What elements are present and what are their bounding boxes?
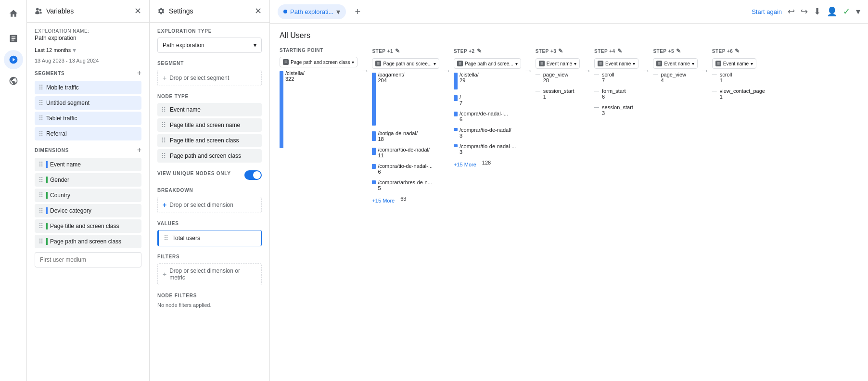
variables-close-button[interactable]: ✕ [134, 7, 141, 15]
segment-label: Mobile traffic [46, 84, 79, 91]
main-toolbar: Path explorati... ▾ + Start again ↩ ↪ ⬇ … [270, 0, 868, 24]
value-item[interactable]: ⠿Total users [157, 230, 262, 246]
step-edit-icon[interactable]: ✎ [676, 48, 681, 54]
connector-arrow: → [523, 66, 534, 76]
exploration-type-dropdown[interactable]: Path exploration ▾ [157, 38, 262, 53]
segment-item[interactable]: ⠿Untitled segment [35, 96, 141, 110]
node-item[interactable]: —form_start6 [594, 88, 633, 100]
step-edit-icon[interactable]: ✎ [617, 48, 623, 54]
dimension-icon: ☰ [283, 59, 289, 65]
dash-line: — [594, 72, 599, 77]
step-dimension-dropdown-step-1[interactable]: ☰ Page path and scree... ▾ [372, 58, 439, 69]
dimension-item[interactable]: ⠿Page path and screen class [35, 235, 141, 248]
nav-icon-segment[interactable] [4, 71, 23, 90]
dimension-item[interactable]: ⠿Event name [35, 158, 141, 171]
segment-item[interactable]: ⠿Tablet traffic [35, 112, 141, 125]
node-item[interactable]: +15 More63 [372, 196, 433, 203]
node-item[interactable]: /compra/tio-de-nadal-...6 [372, 163, 433, 175]
node-item[interactable]: /comprar/tio-de-nadal/3 [454, 127, 516, 139]
node-item[interactable]: /botiga-de-nadal/18 [372, 130, 433, 142]
node-type-item[interactable]: ⠿Event name [157, 103, 262, 116]
breakdown-section: BREAKDOWN + Drop or select dimension [157, 188, 262, 213]
add-segment-button[interactable]: + [137, 69, 141, 77]
dimension-item[interactable]: ⠿Device category [35, 204, 141, 217]
add-tab-button[interactable]: + [350, 4, 365, 19]
node-item[interactable]: /compra/de-nadal-i...6 [454, 111, 516, 122]
step-dimension-dropdown-starting-point[interactable]: ☰ Page path and screen class ▾ [280, 57, 357, 67]
node-item[interactable]: —session_start3 [594, 104, 633, 116]
start-again-button[interactable]: Start again [752, 8, 782, 15]
node-item[interactable]: /cistella/29 [454, 72, 516, 89]
redo-icon[interactable]: ↪ [801, 6, 808, 17]
dimension-item[interactable]: ⠿Gender [35, 173, 141, 187]
dimension-dropdown-label: Page path and scree... [465, 61, 513, 66]
variables-title-area: Variables [35, 7, 74, 15]
node-type-item[interactable]: ⠿Page title and screen class [157, 134, 262, 147]
node-item[interactable]: +15 More128 [454, 160, 516, 167]
dimension-label: Event name [46, 161, 81, 168]
step-edit-icon[interactable]: ✎ [395, 48, 400, 54]
step-col-step-3: STEP +3✎☰ Event name ▾—page_view28—sessi… [536, 48, 580, 102]
segment-drop-zone[interactable]: + Drop or select segment [157, 70, 262, 86]
node-type-item[interactable]: ⠿Page path and screen class [157, 149, 262, 163]
node-item[interactable]: /comprar/tio-de-nadal/11 [372, 147, 433, 158]
undo-icon[interactable]: ↩ [788, 6, 795, 17]
settings-title-area: Settings [157, 7, 193, 15]
date-range[interactable]: Last 12 months ▾ [35, 46, 141, 54]
step-dimension-dropdown-step-4[interactable]: ☰ Event name ▾ [594, 58, 638, 69]
node-type-item[interactable]: ⠿Page title and screen name [157, 118, 262, 132]
node-item[interactable]: —scroll7 [594, 72, 633, 83]
step-dimension-dropdown-step-5[interactable]: ☰ Event name ▾ [653, 58, 697, 69]
step-edit-icon[interactable]: ✎ [477, 48, 482, 54]
node-item[interactable]: —scroll1 [712, 72, 765, 83]
dimension-item[interactable]: ⠿Page title and screen class [35, 219, 141, 233]
more-link[interactable]: +15 More [372, 198, 395, 203]
first-user-medium-input[interactable] [35, 252, 141, 267]
nav-icon-home[interactable] [4, 4, 23, 23]
step-edit-icon[interactable]: ✎ [558, 48, 563, 54]
node-item[interactable]: /pagament/204 [372, 72, 433, 126]
add-dimension-button[interactable]: + [137, 146, 141, 154]
date-range-chevron-icon: ▾ [73, 46, 76, 54]
segment-item[interactable]: ⠿Referral [35, 127, 141, 140]
node-content: session_start3 [602, 104, 633, 116]
settings-close-button[interactable]: ✕ [255, 7, 262, 15]
node-item[interactable]: —page_view4 [653, 72, 686, 83]
node-item[interactable]: —session_start1 [536, 88, 574, 100]
step-dimension-dropdown-step-3[interactable]: ☰ Event name ▾ [536, 58, 580, 69]
nav-icon-reports[interactable] [4, 29, 23, 48]
step-header-step-1: STEP +1✎ [372, 48, 400, 54]
node-count: 7 [460, 100, 462, 106]
exploration-type-value: Path exploration [163, 42, 204, 49]
exploration-type-chevron-icon: ▾ [254, 42, 256, 49]
value-label: Total users [172, 235, 200, 241]
step-dimension-dropdown-step-6[interactable]: ☰ Event name ▾ [712, 58, 756, 69]
step-edit-icon[interactable]: ✎ [735, 48, 740, 54]
download-icon[interactable]: ⬇ [814, 6, 821, 17]
active-tab[interactable]: Path explorati... ▾ [278, 4, 346, 19]
node-name: /compra/tio-de-nadal-... [378, 163, 433, 169]
more-link[interactable]: +15 More [454, 162, 476, 167]
nav-icon-explore[interactable] [4, 50, 23, 69]
filters-drop-zone[interactable]: + Drop or select dimension or metric [157, 263, 262, 285]
breakdown-drop-zone[interactable]: + Drop or select dimension [157, 197, 262, 213]
node-item[interactable]: /cistella/322 [280, 70, 305, 148]
node-item[interactable]: —view_contact_page1 [712, 88, 765, 100]
node-count: 7 [602, 77, 614, 83]
filters-section: FILTERS + Drop or select dimension or me… [157, 254, 262, 285]
node-count: 3 [602, 110, 633, 116]
connector-arrow: → [582, 66, 592, 76]
node-item[interactable]: /7 [454, 94, 516, 106]
dimension-item[interactable]: ⠿Country [35, 189, 141, 202]
view-unique-toggle[interactable] [244, 170, 262, 180]
drag-handle-icon: ⠿ [38, 130, 43, 138]
node-item[interactable]: /comprar/arbres-de-n...5 [372, 179, 433, 191]
share-icon[interactable]: 👤 [827, 6, 837, 17]
node-item[interactable]: /comprar/tio-de-nadal-...3 [454, 143, 516, 155]
step-dimension-dropdown-step-2[interactable]: ☰ Page path and scree... ▾ [454, 58, 521, 69]
segment-item[interactable]: ⠿Mobile traffic [35, 81, 141, 94]
more-options-icon[interactable]: ▾ [856, 6, 860, 17]
node-item[interactable]: —page_view28 [536, 72, 574, 83]
segment-section: SEGMENT + Drop or select segment [157, 61, 262, 86]
exploration-type-section: EXPLORATION TYPE Path exploration ▾ [157, 28, 262, 53]
